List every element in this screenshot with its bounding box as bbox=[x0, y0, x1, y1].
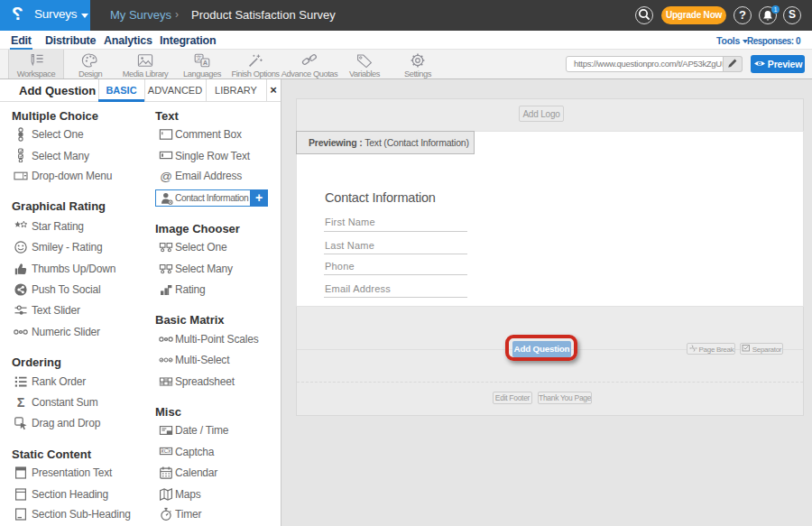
svg-text:kCx: kCx bbox=[161, 448, 171, 454]
svg-text:A: A bbox=[203, 59, 208, 67]
svg-text:@: @ bbox=[160, 170, 172, 183]
svg-text:Σ: Σ bbox=[17, 395, 25, 410]
